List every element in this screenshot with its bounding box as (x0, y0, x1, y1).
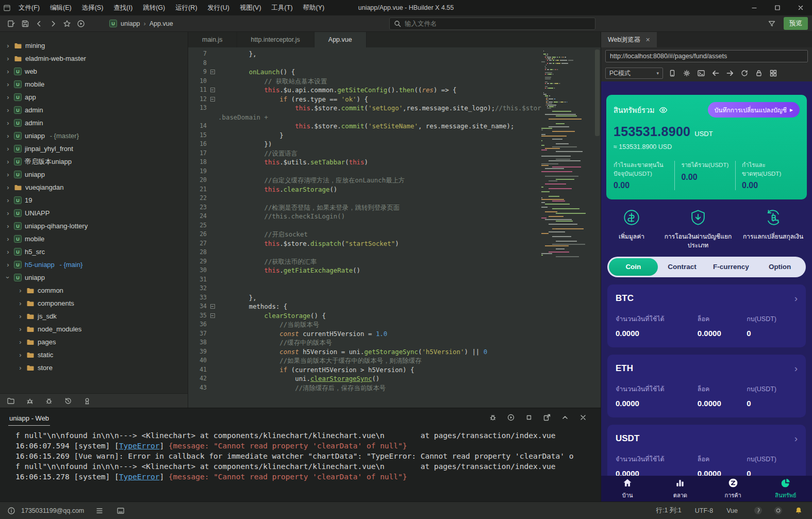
tree-item-UNIAPP[interactable]: ›UUNIAPP (0, 207, 188, 220)
fold-gutter[interactable]: − (207, 302, 218, 311)
arrow-back-icon[interactable] (709, 68, 722, 79)
fold-icon[interactable]: − (210, 88, 215, 92)
chevron-right-icon[interactable]: › (794, 293, 798, 303)
menu-工具(T)[interactable]: 工具(T) (267, 0, 298, 15)
code-area[interactable]: 7 },89− onLaunch() {10 // 获取站点基本设置11− th… (188, 47, 601, 408)
tree-item-uniapp[interactable]: ›Uuniapp (0, 168, 188, 181)
search-input[interactable] (405, 20, 591, 27)
info-icon[interactable] (7, 505, 16, 517)
preview-button[interactable]: 预览 (784, 17, 808, 30)
tree-item-store[interactable]: ›store (0, 361, 188, 374)
filter-icon[interactable] (765, 18, 778, 30)
tree-item-帝启版本uniapp[interactable]: ›U帝启版本uniapp (0, 155, 188, 168)
arrow-forward-icon[interactable] (724, 68, 736, 79)
asset-tab-contract[interactable]: Contract (658, 258, 707, 276)
stop-icon[interactable] (524, 412, 534, 423)
bug-icon[interactable] (44, 396, 54, 406)
tree-item-common[interactable]: ›common (0, 284, 188, 297)
fold-gutter[interactable]: − (207, 68, 218, 77)
collapse-icon[interactable] (560, 412, 570, 423)
fold-gutter[interactable]: − (207, 95, 218, 104)
tree-item-js_sdk[interactable]: ›js_sdk (0, 310, 188, 323)
fold-gutter[interactable]: − (207, 311, 218, 321)
editor-scrollbar[interactable] (595, 49, 600, 136)
action-transfer[interactable]: การโอนเงินผ่านบัญชีแยกประเภท (660, 209, 736, 249)
device-icon[interactable] (666, 68, 678, 79)
refresh-icon[interactable] (738, 68, 751, 79)
chevron-right-icon[interactable]: › (794, 363, 798, 373)
tree-item-pages[interactable]: ›pages (0, 336, 188, 348)
tab-main.js[interactable]: main.js (188, 32, 237, 47)
history-icon[interactable] (63, 396, 73, 406)
breadcrumb-project[interactable]: uniapp (121, 20, 140, 27)
project-icon[interactable] (6, 396, 15, 406)
tree-item-uniapp[interactable]: ›Uuniapp - {master} (0, 129, 188, 142)
grid-icon[interactable] (767, 68, 780, 79)
bell-icon[interactable] (791, 505, 805, 517)
save-icon[interactable] (18, 18, 32, 30)
address-bar[interactable] (605, 50, 808, 62)
menu-视图(V)[interactable]: 视图(V) (235, 0, 267, 15)
menu-查找(I)[interactable]: 查找(I) (108, 0, 138, 15)
tree-item-app[interactable]: ›Uapp (0, 91, 188, 104)
tree-item-jinpai_yhyl_front[interactable]: ›Ujinpai_yhyl_front (0, 142, 188, 155)
asset-tab-coin[interactable]: Coin (609, 258, 658, 276)
account-change-record-button[interactable]: บันทึกการเปลี่ยนแปลงบัญชี ▸ (708, 102, 800, 118)
tree-item-components[interactable]: ›components (0, 297, 188, 310)
breadcrumb-file[interactable]: App.vue (150, 20, 173, 27)
menu-编辑(E)[interactable]: 编辑(E) (45, 0, 77, 15)
tabbar-item-trade[interactable]: การค้า (707, 476, 759, 501)
tree-item-admin[interactable]: ›Uadmin (0, 104, 188, 116)
cursor-position[interactable]: 行:1 列:1 (656, 506, 681, 515)
tree-item-mobile[interactable]: ›Umobile (0, 232, 188, 245)
tree-item-mining[interactable]: ›mining (0, 39, 188, 52)
preview-tab[interactable]: Web浏览器 ✕ (601, 32, 657, 47)
tree-item-vueqiangdan[interactable]: ›vueqiangdan (0, 181, 188, 194)
help-circle-icon[interactable] (751, 505, 765, 517)
tree-item-h5_src[interactable]: ›Uh5_src (0, 245, 188, 258)
fold-icon[interactable]: − (210, 70, 215, 74)
tree-item-uniapp[interactable]: ›Uuniapp (0, 271, 188, 284)
outline-icon[interactable] (92, 505, 106, 517)
close-icon[interactable]: ✕ (645, 37, 650, 43)
encoding-label[interactable]: UTF-8 (695, 507, 713, 514)
tab-App.vue[interactable]: App.vue (314, 32, 367, 47)
open-window-icon[interactable] (542, 412, 552, 423)
menu-帮助(Y)[interactable]: 帮助(Y) (298, 0, 330, 15)
fold-icon[interactable]: − (210, 304, 215, 309)
debug-icon[interactable] (488, 412, 498, 423)
tab-http.interceptor.js[interactable]: http.interceptor.js (237, 32, 314, 47)
close-console-icon[interactable] (578, 412, 588, 423)
tabbar-item-assets[interactable]: สินทรัพย์ (759, 476, 812, 501)
fold-icon[interactable]: − (210, 313, 215, 318)
tree-item-19[interactable]: ›U19 (0, 194, 188, 207)
minimize-icon[interactable] (742, 0, 766, 15)
tree-item-node_modules[interactable]: ›node_modules (0, 323, 188, 336)
tabbar-item-home[interactable]: บ้าน (601, 476, 654, 501)
tabbar-item-market[interactable]: ตลาด (654, 476, 706, 501)
devtools-icon[interactable] (695, 68, 707, 79)
menu-发行(U)[interactable]: 发行(U) (203, 0, 235, 15)
close-icon[interactable] (789, 0, 812, 15)
fold-icon[interactable]: − (210, 97, 215, 102)
star-icon[interactable] (60, 18, 74, 30)
maximize-icon[interactable] (766, 0, 789, 15)
tree-item-uniapp-qihang-lottery[interactable]: ›Uuniapp-qihang-lottery (0, 220, 188, 232)
tree-item-h5-uniapp[interactable]: ›Uh5-uniapp - {main} (0, 258, 188, 271)
asset-tab-option[interactable]: Option (755, 258, 804, 276)
action-exchange[interactable]: การแลกเปลี่ยนสกุลเงิน (736, 209, 810, 249)
lock-icon[interactable] (753, 68, 765, 79)
eye-icon[interactable] (659, 106, 668, 114)
spider-icon[interactable] (25, 396, 35, 406)
menu-运行(R)[interactable]: 运行(R) (170, 0, 202, 15)
tree-item-static[interactable]: ›static (0, 348, 188, 361)
restart-icon[interactable] (506, 412, 516, 423)
account-email[interactable]: 1735031199@qq.com (21, 507, 84, 514)
action-topup[interactable]: เพิ่มมูลค่า (603, 209, 660, 249)
terminal-icon[interactable] (113, 505, 127, 517)
tree-item-mobile[interactable]: ›Umobile (0, 78, 188, 91)
language-mode[interactable]: Vue (726, 507, 738, 514)
fold-gutter[interactable]: − (207, 86, 218, 95)
forward-icon[interactable] (46, 18, 60, 30)
back-icon[interactable] (32, 18, 46, 30)
